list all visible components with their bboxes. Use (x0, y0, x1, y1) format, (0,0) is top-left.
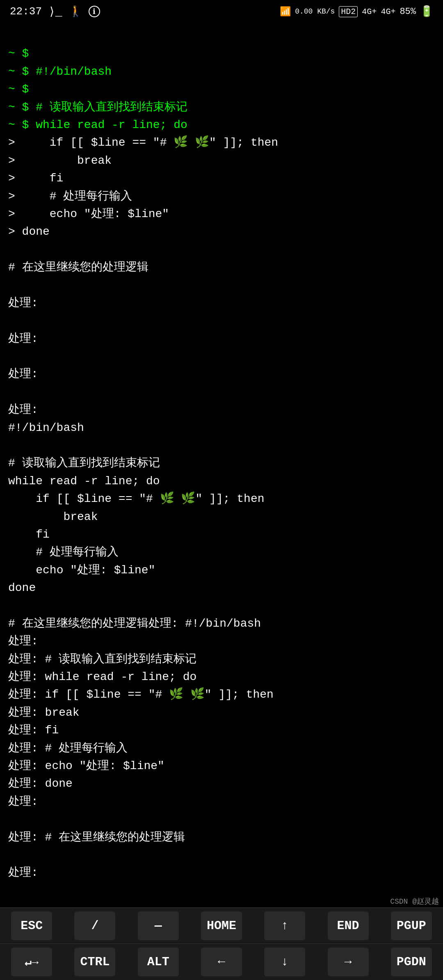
terminal-line: ~ $ (8, 45, 435, 62)
tab-key[interactable]: ↵→ (11, 948, 52, 976)
terminal-line: 处理: (8, 365, 435, 383)
terminal-line: #!/bin/bash (8, 419, 435, 437)
dash-key[interactable]: — (138, 911, 179, 940)
terminal-line (8, 241, 435, 259)
terminal-line: 处理: # 读取输入直到找到结束标记 (8, 650, 435, 668)
terminal-line: 处理: while read -r line; do (8, 668, 435, 686)
left-key[interactable]: ← (201, 948, 242, 976)
esc-key[interactable]: ESC (11, 911, 52, 940)
terminal-line: 处理: # 在这里继续您的处理逻辑 (8, 829, 435, 846)
terminal-line: > done (8, 223, 435, 240)
terminal-line (8, 312, 435, 330)
terminal-line: > # 处理每行输入 (8, 188, 435, 205)
pgup-key[interactable]: PGUP (391, 911, 432, 940)
toolbar-row2: ↵→CTRLALT←↓→PGDN (0, 944, 443, 980)
terminal-line: 处理: (8, 330, 435, 348)
info-icon: ℹ (89, 6, 100, 17)
down-key[interactable]: ↓ (264, 948, 305, 976)
signal-4g1: 4G+ (362, 7, 377, 16)
slash-key[interactable]: / (74, 911, 115, 940)
home-key[interactable]: HOME (201, 911, 242, 940)
terminal-output: ~ $~ $ #!/bin/bash~ $~ $ # 读取输入直到找到结束标记~… (0, 23, 443, 964)
terminal-line: ~ $ (8, 80, 435, 98)
terminal-line (8, 383, 435, 401)
terminal-line: > fi (8, 169, 435, 187)
status-left: 22:37 ⟩_ 🚶 ℹ (10, 5, 100, 18)
terminal-line: break (8, 508, 435, 526)
terminal-line: while read -r line; do (8, 472, 435, 490)
terminal-line: ~ $ # 读取输入直到找到结束标记 (8, 98, 435, 116)
terminal-line: 处理: (8, 864, 435, 882)
terminal-line: 处理: done (8, 775, 435, 792)
terminal-line: 处理: break (8, 704, 435, 721)
terminal-line (8, 597, 435, 615)
terminal-line: 处理: (8, 401, 435, 419)
terminal-line: # 处理每行输入 (8, 543, 435, 561)
terminal-indicator: ⟩_ (48, 5, 62, 18)
terminal-line: # 在这里继续您的处理逻辑处理: #!/bin/bash (8, 615, 435, 632)
time: 22:37 (10, 5, 42, 18)
status-right: 📶 0.00 KB/s HD2 4G+ 4G+ 85% 🔋 (280, 5, 433, 18)
right-key[interactable]: → (328, 948, 369, 976)
terminal-line: echo "处理: $line" (8, 561, 435, 579)
bottom-toolbar: ESC/—HOME↑ENDPGUP ↵→CTRLALT←↓→PGDN (0, 907, 443, 980)
terminal-line (8, 846, 435, 864)
terminal-line (8, 276, 435, 294)
battery-icon: 🔋 (420, 5, 433, 18)
terminal-line: > if [[ $line == "# 🌿 🌿" ]]; then (8, 134, 435, 151)
terminal-line: 处理: fi (8, 721, 435, 739)
hd-badge: HD2 (339, 6, 358, 17)
terminal-line: # 读取输入直到找到结束标记 (8, 454, 435, 472)
terminal-line: > echo "处理: $line" (8, 205, 435, 223)
terminal-line: 处理: echo "处理: $line" (8, 757, 435, 775)
network-speed: 0.00 KB/s (295, 7, 335, 16)
terminal-line: 处理: (8, 632, 435, 650)
terminal-line: if [[ $line == "# 🌿 🌿" ]]; then (8, 490, 435, 508)
terminal-line (8, 437, 435, 454)
terminal-line: 处理: if [[ $line == "# 🌿 🌿" ]]; then (8, 686, 435, 703)
ctrl-key[interactable]: CTRL (74, 948, 115, 976)
pgdn-key[interactable]: PGDN (391, 948, 432, 976)
signal-4g2: 4G+ (381, 7, 395, 16)
toolbar-row1: ESC/—HOME↑ENDPGUP (0, 908, 443, 944)
watermark: CSDN @赵灵越 (390, 896, 439, 906)
alt-key[interactable]: ALT (138, 948, 179, 976)
terminal-line: > break (8, 152, 435, 169)
signal-icon: 📶 (280, 6, 291, 17)
person-icon: 🚶 (69, 5, 82, 18)
terminal-line: done (8, 579, 435, 597)
terminal-line: # 在这里继续您的处理逻辑 (8, 259, 435, 276)
battery-percent: 85% (400, 7, 416, 17)
terminal-line (8, 348, 435, 365)
terminal-line: 处理: # 处理每行输入 (8, 740, 435, 757)
terminal-line (8, 811, 435, 828)
up-key[interactable]: ↑ (264, 911, 305, 940)
terminal-line: ~ $ #!/bin/bash (8, 63, 435, 80)
terminal-line: fi (8, 526, 435, 543)
end-key[interactable]: END (328, 911, 369, 940)
terminal-line: 处理: (8, 793, 435, 811)
terminal-line: ~ $ while read -r line; do (8, 116, 435, 134)
status-bar: 22:37 ⟩_ 🚶 ℹ 📶 0.00 KB/s HD2 4G+ 4G+ 85%… (0, 0, 443, 23)
terminal-line: 处理: (8, 294, 435, 312)
